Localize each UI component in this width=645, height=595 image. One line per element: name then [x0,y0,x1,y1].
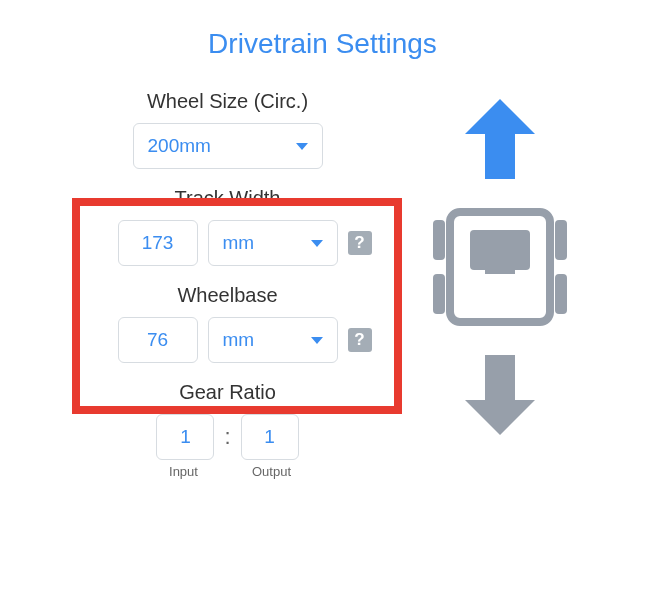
svg-marker-8 [465,355,535,435]
chevron-down-icon [311,240,323,247]
wheel-size-section: Wheel Size (Circ.) 200mm [50,84,405,181]
page-title: Drivetrain Settings [0,0,645,84]
svg-marker-0 [465,99,535,179]
track-width-label: Track Width [175,187,281,210]
content-area: Wheel Size (Circ.) 200mm Track Width 173… [0,84,645,491]
track-width-help-icon[interactable]: ? [348,231,372,255]
wheelbase-unit-value: mm [223,329,255,351]
gear-ratio-output-field[interactable]: 1 [241,414,299,460]
svg-rect-7 [555,274,567,314]
wheelbase-section: Wheelbase 76 mm ? [50,278,405,375]
track-width-row: 173 mm ? [118,220,338,266]
track-width-unit-value: mm [223,232,255,254]
wheel-size-label: Wheel Size (Circ.) [147,90,308,113]
svg-rect-6 [555,220,567,260]
svg-rect-5 [433,274,445,314]
arrow-down-icon [460,350,540,440]
svg-rect-3 [485,262,515,274]
wheelbase-help-icon[interactable]: ? [348,328,372,352]
wheel-size-dropdown[interactable]: 200mm [133,123,323,169]
gear-ratio-input-field[interactable]: 1 [156,414,214,460]
wheel-size-value: 200mm [148,135,211,157]
wheelbase-unit-dropdown[interactable]: mm [208,317,338,363]
gear-ratio-label: Gear Ratio [179,381,276,404]
gear-ratio-input-label: Input [155,464,213,479]
ratio-colon: : [222,424,232,450]
track-width-unit-dropdown[interactable]: mm [208,220,338,266]
wheelbase-row: 76 mm ? [118,317,338,363]
svg-rect-4 [433,220,445,260]
chevron-down-icon [311,337,323,344]
gear-ratio-row: 1 : 1 [156,414,298,460]
diagram-column [405,84,595,491]
gear-ratio-sublabels: Input Output [155,464,301,479]
gear-ratio-output-label: Output [243,464,301,479]
wheelbase-input[interactable]: 76 [118,317,198,363]
track-width-input[interactable]: 173 [118,220,198,266]
gear-ratio-section: Gear Ratio 1 : 1 Input Output [50,375,405,491]
chevron-down-icon [296,143,308,150]
arrow-up-icon [460,94,540,184]
track-width-section: Track Width 173 mm ? [50,181,405,278]
settings-column: Wheel Size (Circ.) 200mm Track Width 173… [50,84,405,491]
wheelbase-label: Wheelbase [177,284,277,307]
robot-diagram-icon [425,202,575,332]
